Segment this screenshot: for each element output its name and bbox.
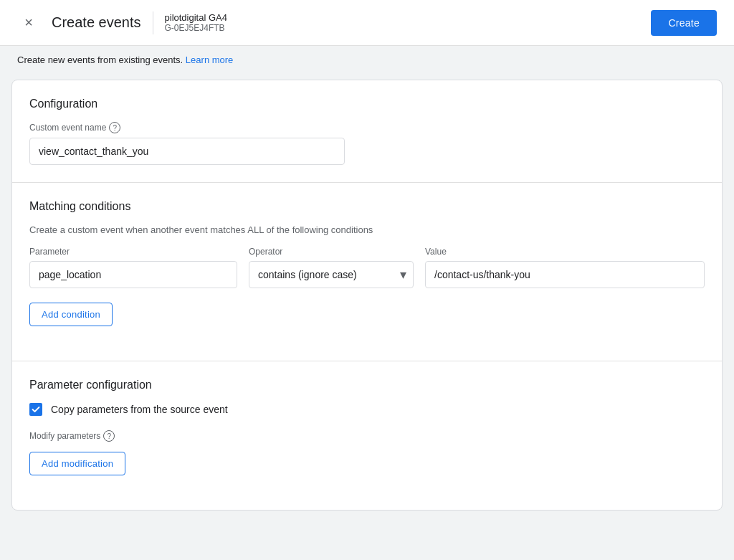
create-button[interactable]: Create — [651, 10, 717, 36]
learn-more-link[interactable]: Learn more — [186, 54, 233, 65]
operator-col: Operator contains (ignore case) equals s… — [249, 247, 414, 288]
add-condition-button[interactable]: Add condition — [29, 303, 113, 326]
operator-select-wrapper: contains (ignore case) equals starts wit… — [249, 261, 414, 288]
header: × Create events pilotdigital GA4 G-0EJ5E… — [0, 0, 734, 46]
parameter-input[interactable] — [29, 261, 237, 288]
value-input[interactable] — [425, 261, 705, 288]
account-id: G-0EJ5EJ4FTB — [165, 23, 227, 33]
copy-params-label: Copy parameters from the source event — [51, 404, 228, 415]
modify-params-help-icon[interactable]: ? — [103, 430, 115, 442]
checkmark-icon — [32, 405, 40, 414]
info-text: Create new events from existing events. — [17, 54, 183, 65]
operator-label: Operator — [249, 247, 414, 257]
configuration-section: Configuration Custom event name ? — [12, 80, 722, 165]
copy-params-checkbox[interactable] — [29, 403, 42, 416]
main-card: Configuration Custom event name ? Matchi… — [11, 80, 723, 511]
custom-event-name-input[interactable] — [29, 138, 345, 165]
copy-params-row: Copy parameters from the source event — [29, 403, 705, 416]
page-title: Create events — [52, 14, 141, 31]
parameter-label: Parameter — [29, 247, 237, 257]
parameter-configuration-title: Parameter configuration — [29, 379, 705, 391]
matching-conditions-section: Matching conditions Create a custom even… — [12, 183, 722, 343]
value-col: Value — [425, 247, 705, 288]
header-divider — [153, 11, 153, 34]
parameter-col: Parameter — [29, 247, 237, 288]
close-button[interactable]: × — [17, 11, 40, 34]
account-name: pilotdigital GA4 — [165, 12, 227, 23]
conditions-row: Parameter Operator contains (ignore case… — [29, 247, 705, 288]
custom-event-name-label: Custom event name ? — [29, 122, 705, 133]
info-bar: Create new events from existing events. … — [0, 46, 734, 74]
parameter-configuration-section: Parameter configuration Copy parameters … — [12, 361, 722, 510]
configuration-title: Configuration — [29, 98, 705, 110]
value-label: Value — [425, 247, 705, 257]
conditions-description: Create a custom event when another event… — [29, 224, 705, 235]
header-account: pilotdigital GA4 G-0EJ5EJ4FTB — [165, 12, 227, 33]
close-icon: × — [24, 14, 33, 31]
matching-conditions-title: Matching conditions — [29, 200, 705, 213]
modify-params-label: Modify parameters ? — [29, 430, 705, 442]
custom-event-name-help-icon[interactable]: ? — [109, 122, 120, 133]
add-modification-button[interactable]: Add modification — [29, 452, 125, 475]
operator-select[interactable]: contains (ignore case) equals starts wit… — [249, 261, 414, 288]
